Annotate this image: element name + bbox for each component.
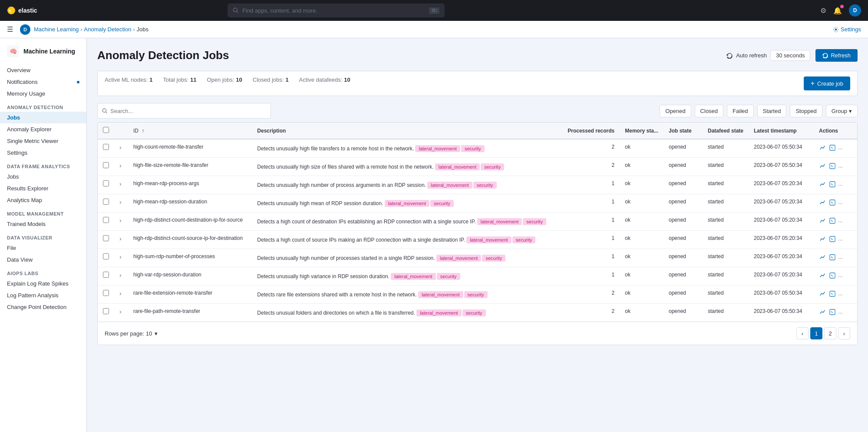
next-page-button[interactable]: › (838, 327, 850, 339)
row-edit-icon[interactable]: ✎ (828, 199, 836, 208)
row-chart-icon[interactable] (819, 180, 827, 189)
row-more-actions[interactable]: ··· (838, 291, 843, 298)
refresh-seconds[interactable]: 30 seconds (770, 50, 811, 61)
row-edit-icon[interactable]: ✎ (828, 180, 836, 189)
sidebar-item-overview[interactable]: Overview (0, 64, 86, 76)
hamburger-menu[interactable]: ☰ (7, 25, 13, 33)
filter-stopped[interactable]: Stopped (790, 105, 822, 117)
row-more-actions[interactable]: ··· (838, 236, 843, 243)
elastic-logo[interactable]: e elastic (7, 6, 37, 15)
row-checkbox[interactable] (103, 180, 109, 186)
sidebar-item-notifications[interactable]: Notifications (0, 76, 86, 88)
select-all-checkbox[interactable] (103, 127, 109, 133)
sidebar-item-single-metric-viewer[interactable]: Single Metric Viewer (0, 135, 86, 147)
row-checkbox[interactable] (103, 199, 109, 205)
sidebar-item-memory-usage[interactable]: Memory Usage (0, 88, 86, 100)
row-more-actions[interactable]: ··· (838, 218, 843, 225)
row-expand-button[interactable]: › (119, 162, 122, 169)
row-edit-icon[interactable]: ✎ (828, 290, 836, 299)
sidebar-item-file[interactable]: File (0, 242, 86, 254)
row-edit-icon[interactable]: ✎ (828, 162, 836, 171)
sidebar-item-change-point[interactable]: Change Point Detection (0, 301, 86, 313)
breadcrumb-ml[interactable]: Machine Learning (34, 26, 79, 33)
prev-page-button[interactable]: ‹ (796, 327, 809, 339)
filter-started[interactable]: Started (757, 105, 787, 117)
row-checkbox[interactable] (103, 235, 109, 241)
row-checkbox[interactable] (103, 144, 109, 150)
sidebar-item-dfa-jobs[interactable]: Jobs (0, 171, 86, 183)
sidebar-item-log-rate[interactable]: Explain Log Rate Spikes (0, 278, 86, 289)
sidebar-item-results-explorer[interactable]: Results Explorer (0, 183, 86, 194)
page-2-button[interactable]: 2 (824, 327, 836, 339)
row-checkbox[interactable] (103, 253, 109, 259)
row-edit-icon[interactable]: ✎ (828, 144, 836, 153)
row-checkbox[interactable] (103, 217, 109, 223)
row-chart-icon[interactable] (819, 290, 827, 299)
row-edit-icon[interactable]: ✎ (828, 235, 836, 244)
global-search-input[interactable] (242, 7, 426, 14)
user-avatar-nav[interactable]: D (849, 4, 861, 17)
breadcrumb-settings[interactable]: Settings (833, 26, 861, 33)
row-more-actions[interactable]: ··· (838, 182, 843, 188)
row-checkbox[interactable] (103, 308, 109, 314)
table-search[interactable] (97, 103, 271, 119)
row-expand-button[interactable]: › (119, 308, 122, 315)
svg-text:✎: ✎ (831, 219, 833, 223)
row-chart-icon[interactable] (819, 235, 827, 244)
row-more-actions[interactable]: ··· (838, 309, 843, 316)
breadcrumb-anomaly[interactable]: Anomaly Detection (84, 26, 131, 33)
row-expand-button[interactable]: › (119, 199, 122, 206)
row-edit-icon[interactable]: ✎ (828, 308, 836, 317)
row-edit-icon[interactable]: ✎ (828, 272, 836, 281)
row-id: high-count-remote-file-transfer (128, 139, 252, 158)
stat-active-datafeeds-value: 10 (344, 76, 350, 90)
row-expand-button[interactable]: › (119, 235, 122, 242)
row-expand-button[interactable]: › (119, 180, 122, 187)
row-chart-icon[interactable] (819, 144, 827, 153)
settings-nav-icon[interactable]: ⚙ (820, 7, 826, 15)
row-expand-button[interactable]: › (119, 144, 122, 151)
row-chart-icon[interactable] (819, 217, 827, 226)
row-more-actions[interactable]: ··· (838, 255, 843, 261)
row-checkbox[interactable] (103, 290, 109, 296)
row-edit-icon[interactable]: ✎ (828, 217, 836, 226)
filter-failed[interactable]: Failed (727, 105, 753, 117)
row-more-actions[interactable]: ··· (838, 273, 843, 279)
row-edit-icon[interactable]: ✎ (828, 253, 836, 263)
row-expand-button[interactable]: › (119, 253, 122, 260)
row-chart-icon[interactable] (819, 272, 827, 281)
sidebar-item-anomaly-explorer[interactable]: Anomaly Explorer (0, 123, 86, 135)
row-checkbox[interactable] (103, 272, 109, 278)
row-expand-button[interactable]: › (119, 290, 122, 297)
filter-opened[interactable]: Opened (660, 105, 691, 117)
sidebar-item-log-pattern[interactable]: Log Pattern Analysis (0, 289, 86, 301)
sidebar-item-trained-models[interactable]: Trained Models (0, 218, 86, 230)
breadcrumb-avatar: D (20, 24, 30, 35)
id-column-header[interactable]: ID ↑ (128, 123, 252, 139)
row-more-actions[interactable]: ··· (838, 145, 843, 152)
sidebar-item-jobs[interactable]: Jobs (0, 112, 86, 123)
sidebar-item-settings[interactable]: Settings (0, 147, 86, 159)
global-search[interactable]: ⌘/ (228, 3, 445, 17)
row-chart-icon[interactable] (819, 162, 827, 171)
sidebar-item-analytics-map[interactable]: Analytics Map (0, 194, 86, 206)
create-job-button[interactable]: + Create job (804, 76, 850, 90)
refresh-button[interactable]: Refresh (815, 49, 858, 62)
row-more-actions[interactable]: ··· (838, 200, 843, 206)
row-expand-button[interactable]: › (119, 272, 122, 279)
table-search-input[interactable] (110, 108, 266, 114)
page-1-button[interactable]: 1 (810, 327, 822, 339)
row-chart-icon[interactable] (819, 199, 827, 208)
row-more-actions[interactable]: ··· (838, 163, 843, 170)
row-chart-icon[interactable] (819, 308, 827, 317)
settings-button[interactable]: Settings (833, 26, 861, 33)
group-button[interactable]: Group ▾ (826, 105, 858, 117)
filter-closed[interactable]: Closed (695, 105, 723, 117)
row-expand-button[interactable]: › (119, 217, 122, 224)
row-chart-icon[interactable] (819, 253, 827, 263)
row-checkbox[interactable] (103, 162, 109, 168)
notifications-nav-icon[interactable]: 🔔 (833, 7, 842, 15)
rows-per-page[interactable]: Rows per page: 10 ▾ (105, 330, 158, 337)
sidebar-item-data-view[interactable]: Data View (0, 254, 86, 266)
row-job-state: opened (663, 213, 703, 231)
